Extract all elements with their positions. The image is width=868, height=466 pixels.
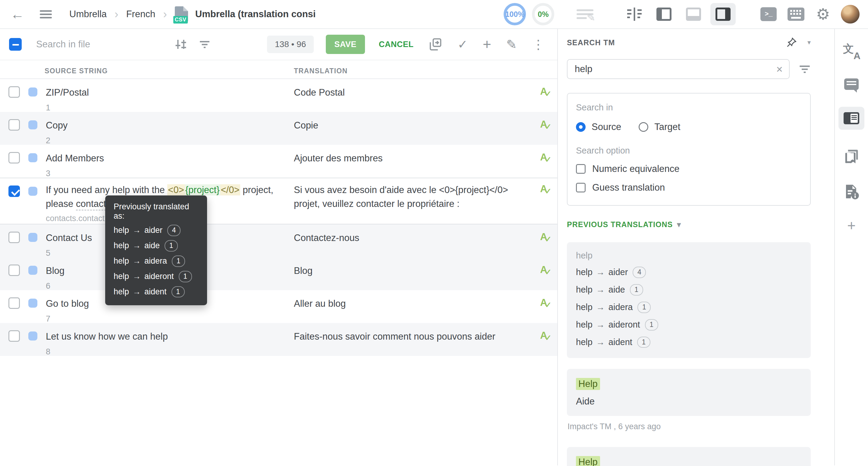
tm-result-card[interactable]: Help Aide <box>567 447 811 466</box>
approved-progress-ring[interactable]: 0% <box>532 3 554 25</box>
translate-icon[interactable]: 文A <box>843 43 860 60</box>
row-checkbox[interactable] <box>8 119 20 130</box>
file-title[interactable]: Umbrella (translation consist… <box>195 9 316 20</box>
cancel-button[interactable]: CANCEL <box>379 40 414 49</box>
table-row[interactable]: Add Members3 Ajouter des membres A✓ <box>0 145 557 178</box>
row-checkbox[interactable] <box>8 232 20 243</box>
spellcheck-icon: A✓ <box>540 119 547 130</box>
tm-match-item: help→aidera1 <box>576 301 802 313</box>
table-row[interactable]: Blog6 Blog A✓ <box>0 257 557 290</box>
row-checkbox[interactable] <box>8 185 20 197</box>
pin-icon[interactable] <box>786 37 797 48</box>
chevron-right-icon: › <box>115 8 119 20</box>
select-all-checkbox[interactable] <box>9 38 22 51</box>
row-checkbox[interactable] <box>8 297 20 309</box>
tm-filter-icon[interactable] <box>799 63 811 75</box>
edit-icon[interactable]: ✎ <box>506 37 517 52</box>
table-row-selected[interactable]: If you need any help with the <0>{projec… <box>0 178 557 225</box>
checkbox-guess-translation[interactable]: Guess translation <box>576 182 802 193</box>
topbar: ← Umbrella › French › CSV Umbrella (tran… <box>0 0 868 29</box>
copy-source-icon[interactable] <box>429 37 442 51</box>
breadcrumb-language[interactable]: French <box>126 9 155 20</box>
previous-translations-card: help help→aider4help→aide1help→aidera1he… <box>567 242 811 358</box>
row-checkbox[interactable] <box>8 152 20 164</box>
glossary-icon[interactable] <box>843 148 860 165</box>
keyboard-shortcuts-icon[interactable] <box>787 7 804 21</box>
row-checkbox[interactable] <box>8 264 20 276</box>
source-string: Let us know how we can help <box>46 330 294 344</box>
translation-text: Aller au blog <box>294 290 530 311</box>
spellcheck-icon: A✓ <box>540 183 547 195</box>
advanced-filter-icon[interactable] <box>175 38 187 50</box>
chevron-right-icon: › <box>163 8 167 20</box>
radio-target[interactable]: Target <box>639 121 680 133</box>
clear-icon[interactable]: ✕ <box>776 64 783 75</box>
tm-search-input[interactable] <box>567 60 789 79</box>
tm-match-item: help→aider4 <box>114 225 198 236</box>
tm-match-list[interactable]: help→aider4help→aide1help→aidera1help→ai… <box>576 267 802 348</box>
settings-gear-icon[interactable]: ⚙ <box>816 6 830 22</box>
approve-icon[interactable]: ✓ <box>458 37 468 51</box>
checkbox-icon[interactable] <box>576 183 586 193</box>
search-options-card: Search in Source Target Search option Nu… <box>567 93 811 206</box>
string-status-icon <box>28 331 37 341</box>
table-row[interactable]: Go to blog7 Aller au blog A✓ <box>0 290 557 323</box>
checkbox-numeric-equivalence[interactable]: Numeric equivalence <box>576 164 802 174</box>
translation-text: Contactez-nous <box>294 225 530 245</box>
table-row[interactable]: Copy2 Copie A✓ <box>0 112 557 145</box>
string-status-icon <box>28 87 37 96</box>
tm-result-translation: Aide <box>576 396 802 407</box>
tm-search-field: ✕ <box>567 59 789 79</box>
tm-result-card[interactable]: Help Aide <box>567 369 811 416</box>
source-column-header: SOURCE STRING <box>44 67 108 75</box>
filter-icon[interactable] <box>199 38 210 50</box>
source-string: If you need any help with the <0>{projec… <box>46 183 294 197</box>
checkbox-icon[interactable] <box>576 164 586 174</box>
console-icon[interactable]: >_ <box>761 7 777 21</box>
search-input[interactable] <box>36 39 163 50</box>
file-info-icon[interactable] <box>843 183 860 200</box>
string-list-pane: 138 • 96 SAVE CANCEL ✓ + ✎ ⋮ SOURCE STRI… <box>0 29 558 465</box>
side-by-side-view-icon[interactable] <box>651 3 677 25</box>
save-button[interactable]: SAVE <box>326 35 365 54</box>
translation-text: Blog <box>294 257 530 278</box>
table-row[interactable]: ZIP/Postal1 Code Postal A✓ <box>0 79 557 112</box>
tm-match-item: help→aident1 <box>114 286 198 298</box>
tooltip-items: help→aider4help→aide1help→aidera1help→ai… <box>114 225 198 297</box>
breadcrumb-project[interactable]: Umbrella <box>69 9 107 20</box>
tm-result-source: Help <box>576 378 600 390</box>
csv-file-icon: CSV <box>175 6 188 22</box>
tm-match-item: help→aide1 <box>576 284 802 296</box>
source-string: Copy <box>46 119 294 133</box>
back-icon[interactable]: ← <box>10 6 25 22</box>
row-checkbox[interactable] <box>8 330 20 342</box>
radio-on-icon[interactable] <box>576 122 586 132</box>
add-string-icon[interactable]: + <box>483 37 491 52</box>
previous-translations-header[interactable]: PREVIOUS TRANSLATIONS ▾ <box>567 220 811 229</box>
source-string: Add Members <box>46 151 294 165</box>
strings-view-icon[interactable] <box>622 3 647 25</box>
table-row[interactable]: Contact Us5 Contactez-nous A✓ <box>0 225 557 257</box>
comments-icon[interactable] <box>844 79 859 90</box>
tm-query: help <box>576 251 802 261</box>
menu-icon[interactable] <box>40 8 52 20</box>
table-row[interactable]: Let us know how we can help8 Faites-nous… <box>0 323 557 356</box>
more-options-icon[interactable]: ⋮ <box>532 37 545 52</box>
row-checkbox[interactable] <box>8 86 20 98</box>
chevron-down-icon[interactable]: ▾ <box>807 38 811 47</box>
bottom-panel-view-icon[interactable] <box>681 3 706 25</box>
string-id: 3 <box>46 169 294 178</box>
spellcheck-icon: A✓ <box>540 297 547 308</box>
translated-progress-ring[interactable]: 100% <box>504 3 526 25</box>
radio-source[interactable]: Source <box>576 121 621 133</box>
user-avatar[interactable] <box>841 5 860 24</box>
radio-off-icon[interactable] <box>639 122 648 132</box>
right-panel-view-icon[interactable] <box>710 3 736 25</box>
translation-text: Copie <box>294 112 530 133</box>
side-tool-strip: 文A <box>835 29 868 465</box>
previous-translations-tooltip: Previously translated as: help→aider4hel… <box>105 196 207 305</box>
tm-panel-tab-active[interactable] <box>838 107 864 130</box>
translation-text: Si vous avez besoin d'aide avec le <0>{p… <box>294 178 530 211</box>
tm-panel-icon <box>844 112 859 124</box>
add-panel-icon[interactable]: + <box>847 217 856 234</box>
